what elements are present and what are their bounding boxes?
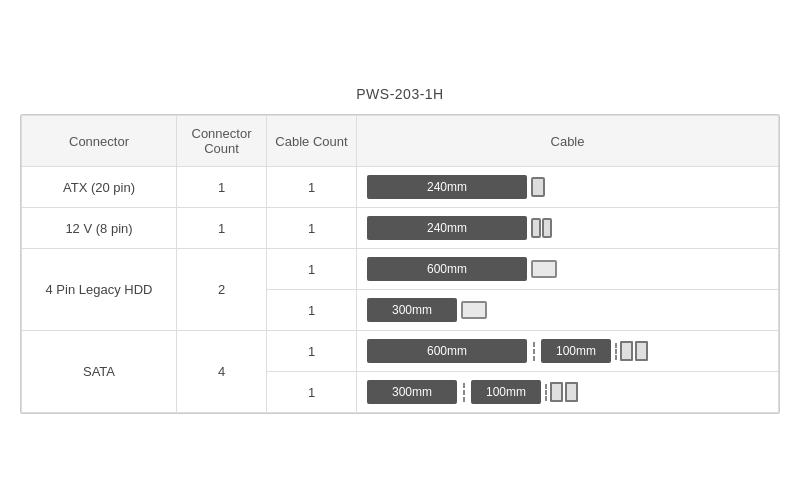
connector-cell: 12 V (8 pin) bbox=[22, 208, 177, 249]
connector-count-cell: 2 bbox=[177, 249, 267, 331]
page-wrapper: PWS-203-1H Connector ConnectorCount Cabl… bbox=[20, 86, 780, 414]
page-title: PWS-203-1H bbox=[20, 86, 780, 102]
cable-cell: 600mm bbox=[357, 249, 779, 290]
header-cable-count: Cable Count bbox=[267, 116, 357, 167]
header-connector: Connector bbox=[22, 116, 177, 167]
connector-count-cell: 1 bbox=[177, 208, 267, 249]
cable-cell: 600mm 100mm bbox=[357, 331, 779, 372]
connector-cell: ATX (20 pin) bbox=[22, 167, 177, 208]
header-connector-count: ConnectorCount bbox=[177, 116, 267, 167]
table-container: Connector ConnectorCount Cable Count Cab… bbox=[20, 114, 780, 414]
connector-count-cell: 1 bbox=[177, 167, 267, 208]
cable-cell: 300mm 100mm bbox=[357, 372, 779, 413]
cable-count-cell: 1 bbox=[267, 372, 357, 413]
cable-count-cell: 1 bbox=[267, 167, 357, 208]
connector-count-cell: 4 bbox=[177, 331, 267, 413]
cable-count-cell: 1 bbox=[267, 249, 357, 290]
connector-cell: 4 Pin Legacy HDD bbox=[22, 249, 177, 331]
cable-count-cell: 1 bbox=[267, 331, 357, 372]
cable-cell: 240mm bbox=[357, 208, 779, 249]
cable-cell: 300mm bbox=[357, 290, 779, 331]
cable-cell: 240mm bbox=[357, 167, 779, 208]
cable-count-cell: 1 bbox=[267, 290, 357, 331]
header-cable: Cable bbox=[357, 116, 779, 167]
cable-count-cell: 1 bbox=[267, 208, 357, 249]
specs-table: Connector ConnectorCount Cable Count Cab… bbox=[21, 115, 779, 413]
connector-cell: SATA bbox=[22, 331, 177, 413]
